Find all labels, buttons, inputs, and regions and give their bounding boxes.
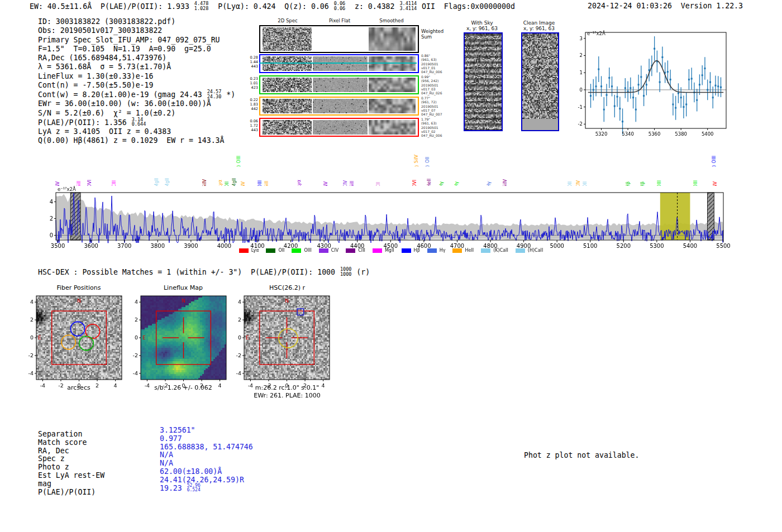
legend-label: CIII [358, 248, 365, 253]
legend-swatch [239, 248, 249, 253]
legend-swatch [319, 248, 328, 253]
fiber-cutout-row [259, 97, 419, 116]
legend-label: MgII [385, 248, 394, 253]
stacked-uncertainty: 3.140.644 [132, 117, 146, 127]
info-line: λ = 5361.68Å σ = 5.73(±1.70)Å [38, 63, 235, 71]
fiber-row-stats: 0.06 1.72 443 [246, 119, 258, 133]
fiber-row-stats: 0.28 1.44 443 [246, 55, 258, 69]
info-line: EWr = 36.00(±10.00) (w: 36.00(±10.00))Å [38, 99, 235, 108]
lineflux-caption: s/b: 1.26 +/- 0.062 [136, 384, 231, 391]
legend-swatch [373, 248, 382, 253]
legend-swatch [292, 248, 301, 253]
full-spectrum-plot [47, 186, 735, 252]
legend-label: (K)CaII [493, 248, 508, 253]
legend-label: OII [278, 248, 284, 253]
clean-image-title: Clean Image [512, 20, 566, 26]
legend-item: Hγ [427, 248, 446, 253]
legend-item: MgII [373, 248, 394, 253]
legend-label: HeII [465, 248, 474, 253]
legend-label: OIII [304, 248, 311, 253]
hsc-caption-2: EWr: 261. PLAE: 1000 [240, 392, 335, 399]
col-title-pixel-flat: Pixel Flat [314, 18, 365, 23]
legend-swatch [346, 248, 355, 253]
legend-item: (K)CaII [481, 248, 508, 253]
noise-image [263, 99, 312, 113]
emission-line-marker-brace: { [426, 165, 429, 167]
info-line: Primary Spec_Slot_IFU_AMP: 047_092_075_R… [38, 36, 235, 45]
emission-line-marker-brace: { [712, 165, 716, 167]
legend-item: CIV [319, 248, 338, 253]
elixer-report-page: EW: 40.5±11.6Å P(LAE)/P(OII): 1.933 4.47… [0, 0, 782, 532]
legend-item: HeII [452, 248, 474, 253]
info-line: Obs: 20190501v017_3003183822 [38, 26, 235, 35]
legend-item: CIII [346, 248, 365, 253]
emission-line-marker-label: OIII [712, 156, 717, 163]
legend-item: Lyα [239, 248, 259, 253]
stacked-uncertainty: 52.966.524 [187, 483, 201, 492]
photz-note: Phot z plot not available. [524, 451, 639, 459]
match-label: Photo z [38, 463, 160, 471]
header-summary: EW: 40.5±11.6Å P(LAE)/P(OII): 1.933 4.47… [30, 2, 515, 11]
match-value: N/A [160, 459, 173, 467]
col-title-2d-spec: 2D Spec [263, 18, 313, 23]
header-timestamp-version: 2024-12-24 01:03:26 Version 1.22.3 [588, 2, 743, 11]
fiber-row-stats: 0.23 1.01 423 [246, 76, 258, 90]
emission-line-marker: OIII{ [236, 156, 241, 167]
info-line: Cont(n) = -7.50(±5.50)e-19 [38, 81, 235, 90]
emission-line-marker: SiIV{ [414, 155, 419, 167]
match-row: Separation3.12561" [38, 430, 253, 438]
clean-image [521, 32, 559, 131]
stacked-uncertainty: 10001000 [340, 267, 351, 276]
linefit-units-label: e⁻¹⁷x2Å [587, 31, 605, 36]
emission-line-marker-label: OII [425, 157, 430, 163]
match-label: Separation [38, 430, 160, 438]
emission-line-marker-brace: { [237, 165, 240, 167]
noise-image [465, 33, 502, 130]
clean-image-coords: x, y: 961, 63 [512, 26, 566, 31]
match-label: P(LAE)/P(OII) [38, 488, 160, 496]
fiber-row-annotation: 0.99" (956, 242) 20190501 v017_03 047_RU… [421, 75, 451, 95]
with-sky-image [464, 32, 503, 131]
noise-image [369, 27, 416, 51]
info-line: LyA z = 3.4105 OII z = 0.4383 [38, 127, 235, 136]
stacked-uncertainty: 0.060.06 [334, 1, 345, 11]
hsc-dex-summary: HSC-DEX : Possible Matches = 1 (within +… [38, 267, 370, 277]
noise-image [369, 99, 416, 113]
match-label: Spec z [38, 454, 160, 463]
noise-image [369, 120, 416, 135]
match-value: 0.977 [160, 434, 182, 443]
fiber-positions-title: Fiber Positions [37, 284, 121, 291]
detection-info-block: ID: 3003183822 (3003183822.pdf)Obs: 2019… [38, 17, 235, 146]
weighted-sum-label: Weighted Sum [421, 29, 447, 40]
legend-swatch [266, 248, 275, 253]
noise-image [263, 56, 312, 71]
legend-swatch [402, 248, 411, 253]
fiber-row-annotation: 0.86" (961, 63) 20190501 v017_01 047_RU_… [421, 54, 451, 74]
match-label: Match score [38, 438, 160, 447]
cutout-overlay [21, 292, 136, 390]
match-table: Separation3.12561"Match score0.977RA, De… [38, 430, 253, 496]
info-line: F=1.5" T=0.105 N=1.19 A=0.90 g=25.0 [38, 45, 235, 54]
match-value: 165.688838, 51.474746 [160, 443, 253, 451]
noise-image [313, 120, 368, 135]
emission-line-markers: NV{SiII{OVI{CIII{MgII{MgII{SiIV{Lyα{OII{… [47, 140, 735, 192]
noise-image [522, 33, 558, 130]
line-fit-plot [575, 27, 735, 138]
fiber-row-stats: 0.22 1.83 442 [246, 98, 258, 112]
match-row: Spec zN/A [38, 454, 253, 463]
legend-item: Hβ [402, 248, 420, 253]
noise-image [263, 27, 312, 51]
spectrum-units-label: e⁻¹⁷x2Å [58, 186, 76, 192]
fiber-cutout-row [259, 54, 419, 73]
fiber-positions-plot [21, 292, 136, 390]
col-title-smoothed: Smoothed [366, 18, 417, 23]
info-line: P(LAE)/P(OII): 1.356 3.140.644 [38, 118, 235, 127]
legend-label: Lyα [251, 248, 259, 253]
match-value: 3.12561" [160, 426, 196, 434]
emission-line-marker-label: SiIV [414, 155, 419, 163]
match-label: RA, Dec [38, 447, 160, 455]
fiber-cutout-row [259, 75, 419, 94]
fiber-row-annotation: 1.79" (961, 63) 20190501 v017_02 047_RU_… [421, 117, 451, 137]
match-label: Est LyA rest-EW [38, 471, 160, 480]
fiber-row-annotation: 0.77" (961, 72) 20190501 v017_07 047_RU_… [421, 96, 451, 116]
